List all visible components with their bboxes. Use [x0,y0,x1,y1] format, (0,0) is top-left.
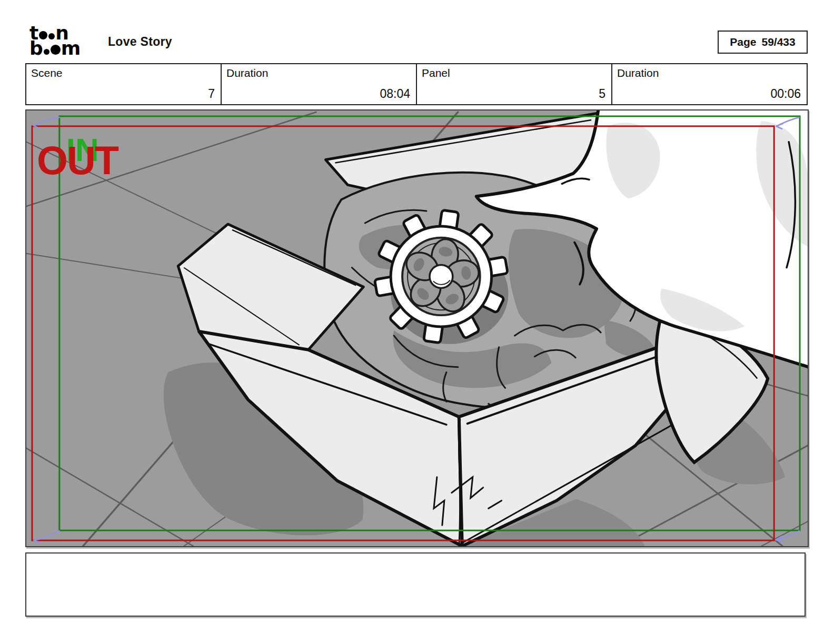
toonboom-logo: tn bm [29,25,98,60]
logo-dot [51,45,61,55]
logo-letter: b [29,37,43,59]
panel-cell: Panel 5 [417,64,612,104]
toonboom-logo-line2: bm [29,41,98,56]
camera-out-label: OUT [37,138,119,183]
panel-duration-label: Duration [617,67,659,79]
scene-cell: Scene 7 [26,64,222,104]
page-label: Page [730,36,756,48]
project-title: Love Story [108,35,172,49]
scene-duration-label: Duration [226,67,268,79]
scene-duration-value: 08:04 [380,87,410,101]
panel-info-table: Scene 7 Duration 08:04 Panel 5 Duration … [25,63,808,105]
scene-value: 7 [208,87,215,101]
storyboard-drawing: IN OUT [26,110,808,546]
storyboard-panel-image: IN OUT [25,109,809,547]
panel-duration-value: 00:06 [770,87,801,101]
scene-duration-cell: Duration 08:04 [222,64,417,104]
panel-duration-cell: Duration 00:06 [612,64,807,104]
scene-label: Scene [31,67,63,79]
logo-dot [48,33,55,39]
panel-value: 5 [599,87,605,101]
logo-dot [44,49,49,55]
page-number-box: Page 59/433 [718,31,808,54]
caption-box [25,552,806,617]
logo-letter: m [61,37,81,59]
storyboard-page: { "header": { "logo": { "l1a": "t", "l1b… [0,0,834,644]
panel-label: Panel [422,67,450,79]
page-value: 59/433 [761,36,795,48]
